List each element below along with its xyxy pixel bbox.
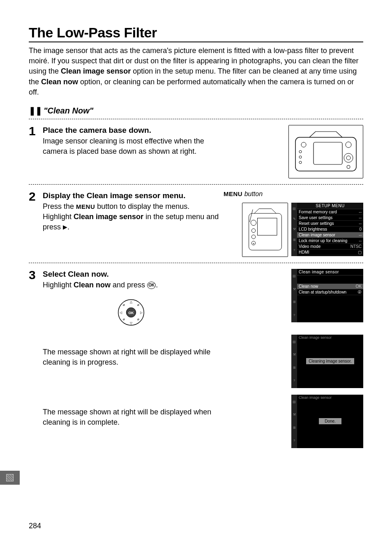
menu-row-label: Lock mirror up for cleaning [299,238,347,243]
menu-word: MENU [224,190,242,197]
step-3-body: Highlight Clean now and press OK. [43,280,219,290]
multi-selector-illustration: OK △ ▽ ◁ ▷ ⌀ ⌀ ⌀ ⌀ [115,296,148,329]
menu-button-label: MENU button [224,190,263,198]
setup-menu-row: LCD brightness0 [297,227,363,232]
svg-text:⊕: ⊕ [253,243,254,245]
svg-text:▷: ▷ [140,311,143,314]
divider [29,263,363,263]
tab-icon: ▤ [293,207,296,210]
tab-icon: ✎ [293,217,296,221]
menu-row-value: -- [359,238,362,243]
progress-message: Cleaning image sensor. [306,358,354,364]
svg-point-2 [301,142,306,147]
step-2-title: Display the Clean image sensor menu. [43,190,219,201]
step-2: 2 Display the Clean image sensor menu. P… [29,190,363,257]
cleaning-done-screen: ▤⚒⊞? Clean image sensor Done. [291,395,363,448]
menu-row-label: Clean at startup/shutdown [299,290,346,294]
svg-point-15 [251,235,256,239]
clean-menu-row: Clean nowOK [297,284,363,289]
step-number-3: 3 [29,269,43,281]
menu-row-label: Reset user settings [299,221,334,226]
svg-text:△: △ [130,300,133,303]
step-2-title-b: Clean image sensor [87,191,161,200]
svg-rect-1 [314,142,342,164]
menu-row-value: 0 [359,227,362,231]
tab-icon: ⊞ [293,300,296,304]
setup-menu-screen: ▤ ✎ ⚒ ⊞ ? SETUP MENU Format memory card-… [291,203,363,256]
s3bc: and press [111,281,147,289]
done-message: Done. [319,418,341,424]
step-number-2: 2 [29,190,43,203]
s2bc: Clean image sensor [74,213,143,221]
ok-button-icon: OK [147,282,156,289]
menu-row-label: HDMI [299,250,309,254]
svg-text:⌀: ⌀ [137,303,139,307]
clean-menu-title: Clean image sensor [297,269,363,275]
menu-row-label: Clean image sensor [299,233,335,237]
camera-mini-icon: ⊕ [246,205,285,254]
svg-point-6 [299,150,302,153]
s3tb: Clean now [68,270,106,278]
page-title: The Low-Pass Filter [29,25,363,42]
intro-bold-1: Clean image sensor [61,67,131,75]
menu-row-value: ⦿ [357,290,362,294]
subhead-bars-icon: ❚❚ [29,106,42,115]
s3tc: . [107,270,109,278]
lcd-tab-strip: ▤⚒⊞? [291,395,297,448]
step-1-body: Image sensor cleaning is most effective … [43,136,219,157]
step-1-title: Place the camera base down. [43,125,219,136]
svg-text:⌀: ⌀ [137,317,139,321]
step-3-follow-2: The message shown at right will be displ… [43,407,219,428]
step-3-title: Select Clean now. [43,269,219,280]
clean-image-sensor-screen: ▤ ⚒ ⊞ ? Clean image sensor Clean nowOKCl… [291,269,363,322]
svg-point-14 [251,229,256,233]
step-3-followups: The message shown at right will be displ… [43,335,363,448]
menu-row-value: -- [359,215,362,220]
step-2-body: Press the MENU button to display the men… [43,201,219,233]
camera-back-mini-illustration: ⊕ [242,203,288,257]
step-1: 1 Place the camera base down. Image sens… [29,125,363,178]
step-3: 3 Select Clean now. Highlight Clean now … [29,269,363,329]
svg-point-4 [344,153,353,162]
svg-text:⌀: ⌀ [123,303,125,307]
multi-selector-icon: OK △ ▽ ◁ ▷ ⌀ ⌀ ⌀ ⌀ [115,296,147,328]
subhead-text: "Clean Now" [44,106,93,115]
setup-menu-row: Clean image sensor-- [297,232,363,238]
divider [29,184,363,185]
menu-row-value: -- [359,233,362,237]
tab-icon: ? [293,313,295,317]
svg-text:▽: ▽ [130,321,133,325]
lcd-tab-strip: ▤ ⚒ ⊞ ? [291,269,297,322]
camera-icon [293,129,359,174]
step-2-title-c: menu. [160,191,185,200]
svg-point-13 [251,220,256,225]
cleaning-progress-screen: ▤⚒⊞? Clean image sensor Cleaning image s… [291,335,363,388]
intro-paragraph: The image sensor that acts as the camera… [29,46,363,97]
svg-text:◁: ◁ [120,311,122,314]
s3bd: . [156,281,158,289]
page-number: 284 [29,522,41,530]
subheading-clean-now: ❚❚"Clean Now" [29,106,363,116]
s3ba: Highlight [43,281,74,289]
menu-row-label: Video mode [299,244,321,249]
step-number-1: 1 [29,125,43,137]
menu-row-value: -- [359,210,362,214]
setup-menu-row: Lock mirror up for cleaning-- [297,238,363,244]
step-3-follow-1: The message shown at right will be displ… [43,347,219,368]
svg-text:⌀: ⌀ [123,317,125,321]
setup-menu-title: SETUP MENU [297,203,363,209]
lcd-tab-strip: ▤⚒⊞? [291,335,297,388]
menu-row-value: NTSC [350,244,362,249]
svg-text:OK: OK [128,311,134,315]
intro-bold-2: Clean now [41,78,78,86]
menu-row-value: -- [359,221,362,226]
done-screen-title: Clean image sensor [297,395,363,400]
svg-rect-11 [257,218,277,235]
svg-point-8 [299,161,302,164]
camera-illustration [288,125,363,178]
progress-screen-title: Clean image sensor [297,335,363,340]
setup-menu-row: Reset user settings-- [297,221,363,227]
setup-menu-row: Save user settings-- [297,215,363,221]
tab-icon: ⚒ [293,227,296,231]
menu-row-label: LCD brightness [299,227,327,231]
